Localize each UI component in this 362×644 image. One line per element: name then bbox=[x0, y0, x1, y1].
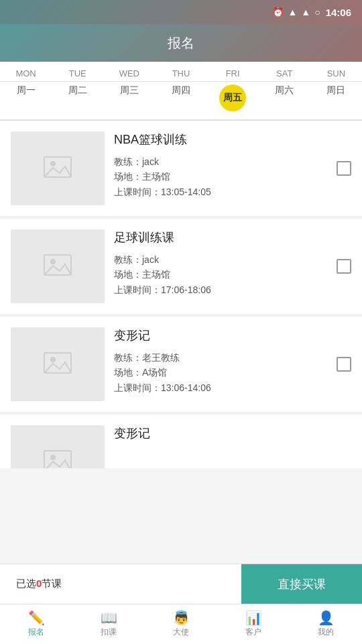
course-list: NBA篮球训练 教练：jack 场地：主场馆 上课时间：13:05-14:05 … bbox=[0, 121, 362, 468]
course-name-1: NBA篮球训练 bbox=[114, 131, 351, 148]
day-cn-wed[interactable]: 周三 bbox=[103, 82, 155, 114]
day-cn-sat[interactable]: 周六 bbox=[259, 82, 310, 114]
day-fri[interactable]: FRI bbox=[207, 62, 259, 81]
course-thumbnail-3 bbox=[11, 327, 105, 401]
course-detail-2: 教练：jack 场地：主场馆 上课时间：17:06-18:06 bbox=[114, 252, 351, 297]
table-row: 变形记 bbox=[0, 415, 362, 468]
day-tue[interactable]: TUE bbox=[52, 62, 103, 81]
course-info-2: 足球训练课 教练：jack 场地：主场馆 上课时间：17:06-18:06 bbox=[114, 229, 351, 303]
buy-button[interactable]: 直接买课 bbox=[241, 564, 362, 604]
svg-rect-2 bbox=[44, 255, 71, 275]
alarm-icon: ⏰ bbox=[272, 7, 284, 17]
course-thumbnail-2 bbox=[11, 229, 105, 303]
course-detail-1: 教练：jack 场地：主场馆 上课时间：13:05-14:05 bbox=[114, 154, 351, 199]
course-thumbnail-1 bbox=[11, 131, 105, 205]
tab-customer[interactable]: 📊 客户 bbox=[217, 604, 290, 644]
svg-rect-0 bbox=[44, 157, 71, 177]
day-cn-mon[interactable]: 周一 bbox=[0, 82, 52, 114]
course-info-1: NBA篮球训练 教练：jack 场地：主场馆 上课时间：13:05-14:05 bbox=[114, 131, 351, 205]
course-thumbnail-4 bbox=[11, 425, 105, 468]
tab-ambassador[interactable]: 👼 大使 bbox=[145, 604, 217, 644]
day-wed[interactable]: WED bbox=[103, 62, 155, 81]
day-cn-tue[interactable]: 周二 bbox=[52, 82, 103, 114]
day-cn-fri[interactable]: 周五 bbox=[207, 82, 259, 114]
table-row: 足球训练课 教练：jack 场地：主场馆 上课时间：17:06-18:06 bbox=[0, 219, 362, 314]
course-detail-3: 教练：老王教练 场地：A场馆 上课时间：13:06-14:06 bbox=[114, 350, 351, 395]
status-icons: ⏰ ▲ ▲ ○ bbox=[272, 7, 320, 17]
course-checkbox-3[interactable] bbox=[337, 357, 351, 372]
svg-point-3 bbox=[50, 259, 56, 264]
course-info-3: 变形记 教练：老王教练 场地：A场馆 上课时间：13:06-14:06 bbox=[114, 327, 351, 401]
bottom-bar: 已选0节课 直接买课 ✏️ 报名 📖 扣课 👼 大使 📊 客户 👤 我的 bbox=[0, 564, 362, 644]
day-thu[interactable]: THU bbox=[155, 62, 206, 81]
tab-mine[interactable]: 👤 我的 bbox=[290, 604, 362, 644]
table-row: NBA篮球训练 教练：jack 场地：主场馆 上课时间：13:05-14:05 bbox=[0, 121, 362, 216]
tab-deduct[interactable]: 📖 扣课 bbox=[72, 604, 145, 644]
day-sat[interactable]: SAT bbox=[259, 62, 310, 81]
day-cn-sun[interactable]: 周日 bbox=[310, 82, 362, 114]
image-placeholder-icon bbox=[41, 445, 74, 468]
svg-point-1 bbox=[50, 161, 56, 166]
day-mon[interactable]: MON bbox=[0, 62, 52, 81]
svg-point-7 bbox=[50, 455, 56, 460]
wifi-icon: ▲ bbox=[288, 7, 297, 17]
deduct-icon: 📖 bbox=[101, 611, 117, 625]
battery-icon: ○ bbox=[314, 7, 320, 17]
image-placeholder-icon bbox=[41, 152, 74, 185]
course-checkbox-2[interactable] bbox=[337, 259, 351, 274]
course-checkbox-1[interactable] bbox=[337, 161, 351, 176]
app-header: 报名 bbox=[0, 24, 362, 62]
course-name-3: 变形记 bbox=[114, 327, 351, 343]
signup-icon: ✏️ bbox=[28, 611, 45, 625]
ambassador-icon: 👼 bbox=[173, 611, 190, 625]
mine-icon: 👤 bbox=[318, 611, 335, 625]
selected-count: 已选0节课 bbox=[0, 578, 241, 590]
day-sun[interactable]: SUN bbox=[310, 62, 362, 81]
image-placeholder-icon bbox=[41, 347, 74, 381]
day-header-row: MON TUE WED THU FRI SAT SUN bbox=[0, 62, 362, 82]
tab-bar: ✏️ 报名 📖 扣课 👼 大使 📊 客户 👤 我的 bbox=[0, 604, 362, 644]
day-cn-row: 周一 周二 周三 周四 周五 周六 周日 bbox=[0, 82, 362, 121]
course-name-4: 变形记 bbox=[114, 425, 351, 441]
course-info-4: 变形记 bbox=[114, 425, 351, 458]
signal-icon: ▲ bbox=[301, 7, 310, 17]
svg-rect-4 bbox=[44, 353, 71, 373]
table-row: 变形记 教练：老王教练 场地：A场馆 上课时间：13:06-14:06 bbox=[0, 317, 362, 412]
customer-icon: 📊 bbox=[245, 611, 262, 625]
svg-point-5 bbox=[50, 357, 56, 362]
action-bar: 已选0节课 直接买课 bbox=[0, 564, 362, 604]
image-placeholder-icon bbox=[41, 250, 74, 283]
page-title: 报名 bbox=[168, 34, 194, 52]
course-name-2: 足球训练课 bbox=[114, 229, 351, 246]
day-cn-thu[interactable]: 周四 bbox=[155, 82, 206, 114]
status-bar: ⏰ ▲ ▲ ○ 14:06 bbox=[0, 0, 362, 24]
status-time: 14:06 bbox=[326, 7, 351, 18]
tab-signup[interactable]: ✏️ 报名 bbox=[0, 604, 72, 644]
